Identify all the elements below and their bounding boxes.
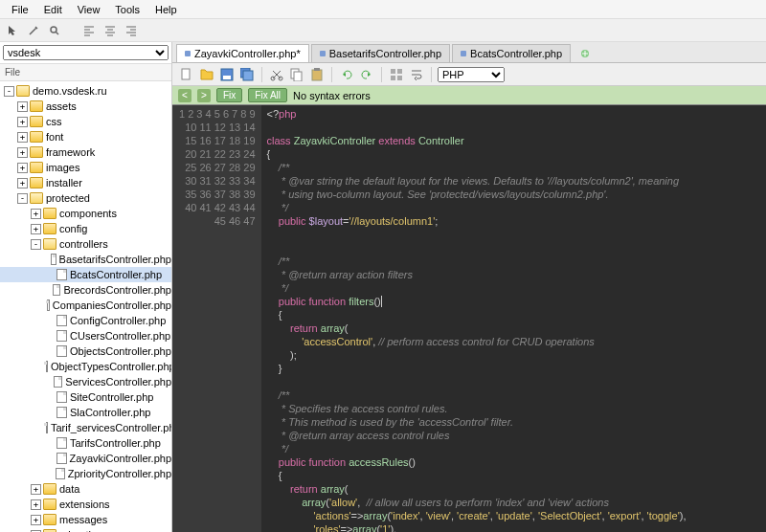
tab-zayavki[interactable]: ZayavkiController.php* bbox=[176, 44, 309, 62]
redo-icon[interactable] bbox=[358, 66, 375, 83]
tree-node[interactable]: -demo.vsdesk.ru bbox=[0, 83, 171, 99]
tree-node[interactable]: BasetarifsController.php bbox=[0, 252, 171, 267]
tree-node[interactable]: +data bbox=[0, 481, 171, 497]
folder-icon bbox=[43, 483, 56, 495]
add-tab-icon[interactable] bbox=[576, 45, 594, 62]
expand-icon[interactable]: + bbox=[31, 224, 41, 234]
collapse-icon[interactable]: - bbox=[31, 239, 41, 250]
file-icon bbox=[51, 254, 56, 265]
code-editor[interactable]: 1 2 3 4 5 6 7 8 9 10 11 12 13 14 15 16 1… bbox=[172, 105, 766, 532]
file-icon bbox=[461, 51, 466, 56]
menu-view[interactable]: View bbox=[70, 2, 108, 17]
paste-icon[interactable] bbox=[308, 66, 326, 83]
svg-rect-13 bbox=[391, 69, 395, 74]
align-left-icon[interactable] bbox=[80, 22, 98, 39]
tree-node[interactable]: +components bbox=[0, 206, 171, 221]
tree-node[interactable]: CompaniesController.php bbox=[0, 298, 171, 313]
sidebar: vsdesk File -demo.vsdesk.ru+assets+css+f… bbox=[0, 42, 172, 532]
tree-node[interactable]: +messages bbox=[0, 512, 171, 527]
tree-node[interactable]: TarifsController.php bbox=[0, 435, 171, 451]
fix-all-button[interactable]: Fix All bbox=[248, 88, 287, 102]
tree-node[interactable]: -protected bbox=[0, 190, 171, 206]
expand-icon[interactable]: + bbox=[31, 209, 41, 219]
tree-node[interactable]: ObjectsController.php bbox=[0, 344, 171, 359]
align-center-icon[interactable] bbox=[101, 22, 119, 39]
tree-node[interactable]: BcatsController.php bbox=[0, 267, 171, 282]
tree-label: Tarif_servicesController.php bbox=[51, 422, 171, 433]
expand-icon[interactable]: + bbox=[17, 117, 28, 127]
tree-label: TarifsController.php bbox=[70, 437, 161, 449]
save-icon[interactable] bbox=[218, 66, 236, 83]
editor-toolbar: PHP bbox=[172, 63, 766, 86]
file-tree[interactable]: -demo.vsdesk.ru+assets+css+font+framewor… bbox=[0, 81, 171, 532]
spacer bbox=[44, 469, 54, 479]
spacer bbox=[44, 346, 55, 357]
tab-basetarifs[interactable]: BasetarifsController.php bbox=[311, 44, 450, 62]
cursor-icon[interactable] bbox=[4, 22, 21, 39]
expand-icon[interactable]: + bbox=[17, 101, 28, 112]
open-file-icon[interactable] bbox=[198, 66, 215, 83]
spacer bbox=[44, 408, 55, 418]
tree-node[interactable]: BrecordsController.php bbox=[0, 282, 171, 298]
menu-tools[interactable]: Tools bbox=[107, 2, 147, 17]
tree-node[interactable]: +framework bbox=[0, 144, 171, 160]
tree-node[interactable]: +installer bbox=[0, 175, 171, 190]
spacer bbox=[44, 331, 55, 342]
search-icon[interactable] bbox=[46, 22, 63, 39]
spacer bbox=[44, 285, 51, 296]
spacer bbox=[44, 270, 55, 280]
tree-node[interactable]: +migrations bbox=[0, 527, 171, 532]
main-toolbar bbox=[0, 19, 766, 42]
expand-icon[interactable]: + bbox=[31, 499, 41, 510]
menubar: File Edit View Tools Help bbox=[0, 0, 766, 19]
menu-help[interactable]: Help bbox=[147, 2, 185, 17]
cut-icon[interactable] bbox=[268, 66, 285, 83]
wrap-icon[interactable] bbox=[408, 66, 425, 83]
next-icon[interactable]: > bbox=[197, 89, 211, 102]
menu-file[interactable]: File bbox=[4, 2, 36, 17]
align-right-icon[interactable] bbox=[123, 22, 140, 39]
expand-icon[interactable]: + bbox=[31, 484, 41, 495]
tree-node[interactable]: +images bbox=[0, 160, 171, 175]
prev-icon[interactable]: < bbox=[178, 89, 192, 102]
tree-node[interactable]: +extensions bbox=[0, 497, 171, 512]
save-all-icon[interactable] bbox=[238, 66, 256, 83]
spacer bbox=[44, 438, 55, 449]
fix-button[interactable]: Fix bbox=[216, 88, 242, 102]
tree-node[interactable]: ObjectTypesController.php bbox=[0, 359, 171, 374]
undo-icon[interactable] bbox=[338, 66, 355, 83]
spacer bbox=[44, 255, 49, 265]
collapse-icon[interactable]: - bbox=[4, 86, 14, 97]
collapse-icon[interactable]: - bbox=[17, 193, 28, 204]
tree-node[interactable]: +css bbox=[0, 114, 171, 129]
copy-icon[interactable] bbox=[288, 66, 305, 83]
menu-edit[interactable]: Edit bbox=[36, 2, 70, 17]
tree-node[interactable]: +config bbox=[0, 221, 171, 236]
expand-icon[interactable]: + bbox=[17, 147, 28, 158]
expand-icon[interactable]: + bbox=[17, 178, 28, 188]
tree-label: demo.vsdesk.ru bbox=[33, 85, 107, 97]
expand-icon[interactable]: + bbox=[17, 163, 28, 173]
code-text[interactable]: <?php class ZayavkiController extends Co… bbox=[261, 105, 766, 532]
tree-node[interactable]: ConfigController.php bbox=[0, 313, 171, 328]
file-icon bbox=[54, 376, 62, 388]
tree-node[interactable]: SlaController.php bbox=[0, 405, 171, 420]
language-select[interactable]: PHP bbox=[438, 67, 505, 82]
tree-node[interactable]: Tarif_servicesController.php bbox=[0, 420, 171, 435]
tree-node[interactable]: ServicesController.php bbox=[0, 374, 171, 389]
tree-node[interactable]: ZayavkiController.php bbox=[0, 451, 171, 466]
tree-node[interactable]: -controllers bbox=[0, 236, 171, 252]
tab-bcats[interactable]: BcatsController.php bbox=[452, 44, 571, 62]
expand-icon[interactable]: + bbox=[31, 515, 41, 525]
tree-node[interactable]: SiteController.php bbox=[0, 389, 171, 405]
tree-node[interactable]: ZpriorityController.php bbox=[0, 466, 171, 481]
wand-icon[interactable] bbox=[25, 22, 42, 39]
new-file-icon[interactable] bbox=[178, 66, 195, 83]
tree-node[interactable]: +assets bbox=[0, 99, 171, 114]
grid-icon[interactable] bbox=[388, 66, 405, 83]
tree-node[interactable]: +font bbox=[0, 129, 171, 144]
tree-label: messages bbox=[59, 514, 107, 525]
expand-icon[interactable]: + bbox=[17, 132, 28, 143]
project-selector[interactable]: vsdesk bbox=[3, 45, 169, 60]
tree-node[interactable]: CUsersController.php bbox=[0, 328, 171, 344]
